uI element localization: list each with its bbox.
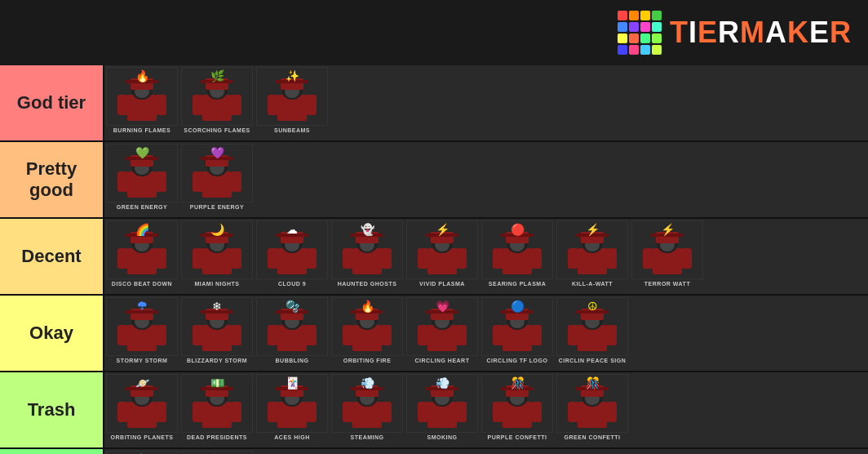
tier-items-pretty-good: 💚GREEN ENERGY💜PURPLE ENERGY	[103, 142, 868, 217]
svg-rect-47	[193, 248, 203, 269]
item-image: ☮	[556, 297, 628, 356]
svg-rect-187	[568, 402, 578, 422]
svg-rect-111	[306, 325, 317, 345]
list-item[interactable]: 💨SMOKING	[405, 372, 480, 447]
logo-cell-12	[618, 45, 627, 55]
item-name-label: DEAD PRESIDENTS	[187, 434, 247, 446]
item-image: 🎊	[481, 374, 553, 433]
tier-table: God tier🔥BURNING FLAMES🌿SCORCHING FLAMES…	[0, 65, 868, 454]
list-item[interactable]: ☁CLOUD 9	[255, 219, 330, 294]
item-image: 🪰	[181, 451, 253, 454]
list-item[interactable]: 🔥ORBITING FIRE	[330, 296, 405, 371]
item-name-label: PURPLE ENERGY	[190, 204, 244, 216]
item-image: ⚡	[406, 220, 478, 279]
item-image: 🃏	[256, 374, 328, 433]
item-name-label: BUBBLING	[276, 358, 309, 369]
list-item[interactable]: 🪰MASSED FLIES	[179, 449, 255, 454]
svg-rect-179	[501, 387, 534, 390]
list-item[interactable]: 🔩NUTS N' BOLTS	[104, 449, 179, 454]
svg-rect-53	[276, 234, 308, 237]
list-item[interactable]: 🌙MIAMI NIGHTS	[179, 219, 255, 294]
item-image: 🌩	[106, 297, 178, 356]
list-item[interactable]: 🎊GREEN CONFETTI	[555, 372, 630, 447]
list-item[interactable]: ⚡KILL-A-WATT	[555, 219, 630, 294]
svg-rect-131	[493, 325, 503, 345]
tier-row-pretty-good: Pretty good💚GREEN ENERGY💜PURPLE ENERGY	[0, 142, 868, 219]
item-name-label: KILL-A-WATT	[572, 281, 613, 292]
svg-rect-158	[276, 387, 308, 390]
item-name-label: DISCO BEAT DOWN	[112, 281, 172, 292]
list-item[interactable]: 💗CIRCLING HEART	[405, 296, 480, 371]
item-name-label: GREEN ENERGY	[117, 204, 167, 216]
svg-rect-145	[117, 402, 128, 422]
list-item[interactable]: 🪐ORBITING PLANETS	[104, 372, 179, 447]
item-image: 🌿	[181, 67, 253, 126]
svg-rect-46	[201, 234, 233, 237]
item-name-label: CIRCLING HEART	[415, 358, 470, 369]
list-item[interactable]: ⚡TERROR WATT	[630, 219, 705, 294]
svg-rect-41	[156, 248, 166, 269]
list-item[interactable]: 🌿SCORCHING FLAMES	[179, 65, 255, 140]
svg-rect-82	[568, 248, 578, 269]
svg-rect-19	[268, 95, 278, 115]
svg-rect-40	[117, 248, 128, 269]
list-item[interactable]: 💜PURPLE ENERGY	[179, 142, 255, 217]
svg-rect-97	[156, 325, 166, 345]
item-name-label: SUNBEAMS	[274, 127, 310, 139]
item-name-label: MIAMI NIGHTS	[195, 281, 240, 292]
logo-cell-6	[640, 22, 650, 32]
list-item[interactable]: 🔥BURNING FLAMES	[104, 65, 179, 140]
svg-rect-137	[576, 310, 609, 314]
svg-rect-34	[231, 171, 241, 192]
list-item[interactable]: 🌩STORMY STORM	[104, 296, 179, 371]
list-item[interactable]: ❄BLIZZARDY STORM	[179, 296, 255, 371]
item-image: 🔩	[106, 451, 178, 454]
item-image: 💚	[106, 144, 178, 203]
list-item[interactable]: 💵DEAD PRESIDENTS	[179, 372, 255, 447]
svg-rect-138	[568, 325, 578, 345]
svg-rect-186	[576, 387, 609, 390]
tiermaker-logo: TiERMAKER	[618, 11, 852, 55]
item-image: ⚡	[631, 220, 703, 279]
item-image: 🔵	[481, 297, 553, 356]
svg-rect-124	[418, 325, 428, 345]
list-item[interactable]: ☮CIRCLIN PEACE SIGN	[555, 296, 630, 371]
svg-rect-165	[351, 387, 383, 390]
svg-rect-180	[493, 402, 503, 422]
svg-rect-109	[276, 310, 308, 314]
svg-rect-90	[681, 248, 692, 269]
list-item[interactable]: 💚GREEN ENERGY	[104, 142, 179, 217]
item-image: 💗	[406, 297, 478, 356]
svg-rect-12	[193, 95, 203, 115]
logo-cell-15	[652, 45, 662, 55]
list-item[interactable]: 🔴SEARING PLASMA	[480, 219, 555, 294]
header: TiERMAKER	[0, 0, 868, 65]
svg-rect-173	[418, 402, 428, 422]
list-item[interactable]: 🃏ACES HIGH	[255, 372, 330, 447]
svg-rect-39	[126, 234, 158, 237]
list-item[interactable]: 👻HAUNTED GHOSTS	[330, 219, 405, 294]
list-item[interactable]: 🎊PURPLE CONFETTI	[480, 372, 555, 447]
tier-items-decent: 🌈DISCO BEAT DOWN🌙MIAMI NIGHTS☁CLOUD 9👻HA…	[103, 219, 868, 294]
svg-rect-27	[156, 171, 166, 192]
svg-rect-96	[117, 325, 128, 345]
item-name-label: SMOKING	[427, 434, 458, 446]
list-item[interactable]: 🫧BUBBLING	[255, 296, 330, 371]
item-image: 💜	[181, 144, 253, 203]
item-image: ☁	[256, 220, 328, 279]
list-item[interactable]: 🌈DISCO BEAT DOWN	[104, 219, 179, 294]
list-item[interactable]: 💨STEAMING	[330, 372, 405, 447]
logo-cell-4	[618, 22, 627, 32]
svg-rect-20	[306, 95, 317, 115]
list-item[interactable]: 🔵CIRCLING TF LOGO	[480, 296, 555, 371]
list-item[interactable]: ⚡VIVID PLASMA	[405, 219, 480, 294]
svg-rect-144	[126, 387, 158, 390]
list-item[interactable]: ✨SUNBEAMS	[255, 65, 330, 140]
item-image: 🪐	[106, 374, 178, 433]
tier-items-please-delete: 🔩NUTS N' BOLTS🪰MASSED FLIES	[103, 449, 868, 454]
tier-items-okay: 🌩STORMY STORM❄BLIZZARDY STORM🫧BUBBLING🔥O…	[103, 296, 868, 371]
svg-rect-74	[501, 234, 534, 237]
svg-rect-83	[606, 248, 617, 269]
item-image: 👻	[331, 220, 403, 279]
item-name-label: TERROR WATT	[644, 281, 690, 292]
